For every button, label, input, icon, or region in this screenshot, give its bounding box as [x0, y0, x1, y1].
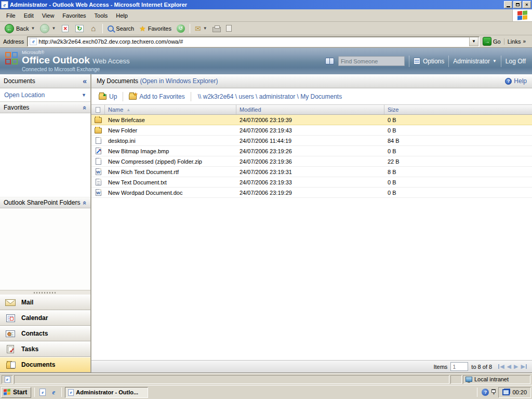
- name-column-header[interactable]: Name ▲: [105, 105, 236, 114]
- links-button[interactable]: Links »: [504, 38, 530, 45]
- menu-favorites[interactable]: Favorites: [58, 11, 90, 20]
- home-button[interactable]: ⌂: [86, 23, 100, 34]
- table-row[interactable]: New Wordpad Document.doc 24/07/2006 23:1…: [91, 188, 532, 198]
- calendar-icon: [6, 314, 15, 322]
- quick-launch-ie-icon[interactable]: e: [49, 388, 58, 397]
- menu-bar: File Edit View Favorites Tools Help: [0, 9, 532, 22]
- edit-button[interactable]: [223, 24, 234, 33]
- taskbar-window-button[interactable]: e Administrator - Outlo...: [65, 387, 148, 398]
- header-separator: [409, 56, 409, 67]
- tray-help-icon[interactable]: ?: [482, 389, 489, 396]
- refresh-icon: ↻: [75, 25, 84, 32]
- sharepoint-section-header[interactable]: Outlook SharePoint Folders «: [0, 197, 90, 208]
- table-row[interactable]: New Text Document.txt 24/07/2006 23:19:3…: [91, 177, 532, 188]
- breadcrumb[interactable]: \\ w2k3r2e64 \ users \ administrator \ M…: [194, 93, 342, 100]
- file-table: Name ▲ Modified Size New Briefcase 24/07…: [91, 104, 532, 373]
- nav-mail[interactable]: Mail: [0, 295, 90, 310]
- print-button[interactable]: [210, 24, 223, 33]
- nav-tasks[interactable]: Tasks: [0, 341, 90, 357]
- favorites-section-header[interactable]: Favorites «: [0, 102, 90, 113]
- mail-dropdown-icon[interactable]: ▼: [203, 26, 207, 31]
- refresh-button[interactable]: ↻: [72, 23, 86, 34]
- back-dropdown-icon[interactable]: ▼: [31, 26, 35, 31]
- previous-page-button[interactable]: ◀: [507, 363, 511, 370]
- status-message-pane: [14, 375, 449, 384]
- page-number-input[interactable]: [450, 362, 468, 371]
- history-icon: ↺: [177, 24, 185, 33]
- search-button[interactable]: Search: [105, 24, 137, 33]
- help-link[interactable]: Help: [514, 77, 527, 85]
- favorites-button[interactable]: ★ Favorites: [137, 23, 174, 34]
- collapse-favorites-icon[interactable]: «: [81, 105, 89, 109]
- address-book-icon[interactable]: [325, 58, 334, 64]
- table-row[interactable]: New Compressed (zipped) Folder.zip 24/07…: [91, 156, 532, 167]
- history-button[interactable]: ↺: [174, 23, 188, 34]
- forward-button[interactable]: → ▼: [37, 23, 58, 34]
- page-icon: e: [30, 38, 37, 45]
- restore-button[interactable]: [513, 1, 522, 8]
- page-title: My Documents: [97, 77, 138, 85]
- tray-app-icon[interactable]: [502, 389, 510, 395]
- go-button[interactable]: → Go: [480, 37, 504, 46]
- table-row[interactable]: New Rich Text Document.rtf 24/07/2006 23…: [91, 167, 532, 177]
- table-header-row: Name ▲ Modified Size: [91, 104, 532, 115]
- address-url[interactable]: http://w2k3r2e64.exch07b2.dev.corp.techx…: [38, 38, 469, 45]
- user-menu-button[interactable]: Administrator ▼: [453, 58, 497, 65]
- nav-calendar[interactable]: Calendar: [0, 310, 90, 326]
- address-input[interactable]: e http://w2k3r2e64.exch07b2.dev.corp.tec…: [27, 36, 480, 47]
- forward-dropdown-icon[interactable]: ▼: [51, 26, 56, 31]
- links-chevron-icon: »: [523, 38, 526, 44]
- last-page-button[interactable]: ▶: [521, 363, 527, 370]
- table-row[interactable]: New Briefcase 24/07/2006 23:19:39 0 B: [91, 115, 532, 125]
- help-icon[interactable]: ?: [505, 78, 512, 85]
- nav-splitter-handle[interactable]: [0, 290, 90, 295]
- menu-edit[interactable]: Edit: [20, 11, 38, 20]
- next-page-button[interactable]: ▶: [514, 363, 518, 370]
- find-someone-input[interactable]: [338, 56, 405, 66]
- module-nav: Mail Calendar Contacts Tasks Documents: [0, 295, 90, 373]
- menu-view[interactable]: View: [38, 11, 59, 20]
- up-button[interactable]: ▲ Up: [96, 93, 120, 100]
- ie-page-icon: e: [68, 389, 74, 396]
- icon-column-header[interactable]: [91, 105, 105, 114]
- first-page-button[interactable]: ◀: [498, 363, 504, 370]
- tray-window-icon[interactable]: ▼: [491, 389, 496, 395]
- intranet-zone-icon: [466, 377, 472, 382]
- collapse-pane-icon[interactable]: «: [83, 77, 87, 85]
- security-zone-pane: Local intranet: [463, 375, 530, 384]
- taskbar-separator: [34, 388, 35, 397]
- table-row[interactable]: desktop.ini 24/07/2006 11:44:19 84 B: [91, 136, 532, 146]
- mail-toolbar-button[interactable]: ✉ ▼: [192, 23, 210, 34]
- documents-toolbar: ▲ Up ★ Add to Favorites \\ w2k3r2e64 \ u…: [91, 88, 532, 104]
- modified-column-header[interactable]: Modified: [236, 105, 384, 114]
- start-button[interactable]: Start: [1, 387, 31, 398]
- taskbar-separator: [61, 388, 62, 397]
- add-to-favorites-button[interactable]: ★ Add to Favorites: [126, 93, 188, 100]
- menu-tools[interactable]: Tools: [90, 11, 112, 20]
- open-location-button[interactable]: Open Location ▼: [0, 88, 90, 102]
- open-location-dropdown-icon[interactable]: ▼: [82, 92, 86, 98]
- back-button[interactable]: ← Back ▼: [2, 23, 37, 34]
- close-button[interactable]: ×: [523, 1, 531, 8]
- ie-window: e Administrator - Outlook Web Access - M…: [0, 0, 532, 399]
- table-row[interactable]: New Bitmap Image.bmp 24/07/2006 23:19:26…: [91, 146, 532, 156]
- collapse-sharepoint-icon[interactable]: «: [81, 201, 89, 204]
- address-dropdown-icon[interactable]: ▼: [469, 37, 478, 46]
- minimize-button[interactable]: [504, 1, 512, 8]
- nav-documents[interactable]: Documents: [0, 357, 90, 373]
- size-column-header[interactable]: Size: [384, 105, 532, 114]
- open-in-explorer-link[interactable]: (Open in Windows Explorer): [140, 77, 218, 85]
- header-separator: [501, 56, 501, 67]
- nav-contacts[interactable]: Contacts: [0, 326, 90, 341]
- logoff-button[interactable]: Log Off: [506, 58, 526, 65]
- user-dropdown-icon: ▼: [493, 59, 497, 63]
- stop-button[interactable]: ×: [58, 23, 72, 34]
- folder-favorite-icon: ★: [129, 94, 137, 100]
- clock-well: 00:20: [498, 387, 531, 398]
- address-bar: Address e http://w2k3r2e64.exch07b2.dev.…: [0, 35, 532, 48]
- options-button[interactable]: Options: [414, 58, 444, 65]
- table-row[interactable]: New Folder 24/07/2006 23:19:43 0 B: [91, 125, 532, 136]
- quick-launch-ie-desktop-icon[interactable]: e: [38, 388, 47, 397]
- menu-file[interactable]: File: [2, 11, 20, 20]
- menu-help[interactable]: Help: [112, 11, 132, 20]
